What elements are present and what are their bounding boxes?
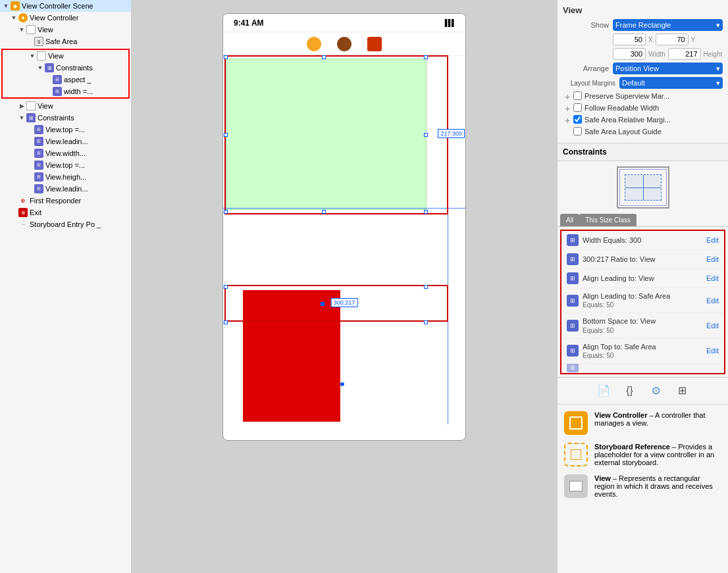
chevron-down-icon: ▾ — [716, 64, 720, 73]
sidebar-item-vtop2[interactable]: ⊞ View.top =... — [0, 159, 131, 171]
width-input[interactable] — [613, 48, 646, 60]
sidebar-item-safe-area[interactable]: S Safe Area — [0, 36, 131, 47]
handle-b2br[interactable] — [424, 320, 428, 324]
handle-mr[interactable] — [424, 133, 428, 137]
constraint-item-icon: ⊞ — [34, 172, 43, 182]
constraint-edit-3[interactable]: Edit — [706, 274, 719, 282]
sidebar-item-constraints-child[interactable]: ▼ ⊞ Constraints — [3, 62, 128, 74]
constraint-edit-2[interactable]: Edit — [706, 255, 719, 263]
safe-area-checkbox[interactable] — [573, 115, 582, 124]
constraint-icon-3: ⊞ — [567, 272, 579, 284]
constraint-item-4: ⊞ Align Leading to: Safe Area Equals: 50… — [561, 288, 724, 313]
red-view[interactable] — [243, 290, 340, 422]
handle-bl[interactable] — [224, 210, 228, 214]
handle-ml[interactable] — [224, 133, 228, 137]
show-select[interactable]: Frame Rectangle ▾ — [613, 19, 723, 31]
handle-tl[interactable] — [224, 55, 228, 59]
safe-layout-checkbox[interactable] — [573, 127, 582, 136]
handle-b2bl[interactable] — [224, 320, 228, 324]
constraint-edit-1[interactable]: Edit — [706, 236, 719, 244]
constraint-edit-6[interactable]: Edit — [706, 347, 719, 355]
tab-all[interactable]: All — [560, 214, 579, 226]
constraint-item-5: ⊞ Bottom Space to: View Equals: 50 Edit — [561, 313, 724, 338]
sidebar-item-vwidth1[interactable]: ⊞ View.width... — [0, 147, 131, 159]
constraint-icon-6: ⊞ — [567, 345, 579, 357]
info-dash: – — [647, 411, 655, 419]
xy-row: X Y — [563, 34, 723, 45]
sidebar-item-vlead2[interactable]: ⊞ View.leadin... — [0, 183, 131, 195]
x-label: X — [648, 36, 653, 43]
status-bar: 9:41 AM ▌▌▌ — [223, 14, 465, 32]
wh-inputs: Width Height — [613, 48, 722, 60]
handle-b2tr[interactable] — [424, 285, 428, 289]
sidebar-item-view2[interactable]: ▶ View — [0, 100, 131, 112]
add-button-3[interactable]: + — [563, 116, 572, 125]
checkbox-safe-layout: Safe Area Layout Guide — [572, 127, 662, 136]
disclosure-icon[interactable]: ▼ — [3, 3, 9, 9]
disclosure-icon[interactable]: ▼ — [11, 14, 17, 21]
tab-file-icon[interactable]: 📄 — [596, 383, 611, 399]
handle-tr[interactable] — [424, 55, 428, 59]
constraints-title-text: Constraints — [563, 147, 607, 157]
constraint-line-horizontal — [223, 208, 466, 209]
sidebar-item-vc-scene[interactable]: ▼ ◆ View Controller Scene — [0, 0, 131, 12]
disclosure-icon[interactable]: ▼ — [37, 64, 43, 71]
x-input[interactable] — [613, 34, 646, 45]
handle-b2bc[interactable] — [321, 302, 325, 306]
sidebar-item-vheigh1[interactable]: ⊞ View.heigh... — [0, 171, 131, 183]
tab-code-icon[interactable]: {} — [622, 383, 638, 399]
view-icon — [26, 101, 36, 111]
tab-circle-icon[interactable]: ⊙ — [648, 383, 664, 399]
checkbox-preserve: Preserve Superview Mar... — [572, 91, 669, 100]
layout-margins-select[interactable]: Default ▾ — [619, 77, 723, 89]
arrange-row: Arrange Position View ▾ — [563, 62, 723, 74]
sidebar-item-exit[interactable]: ⊗ Exit — [0, 207, 131, 218]
view-icon — [26, 25, 36, 34]
preserve-checkbox[interactable] — [573, 91, 582, 100]
layout-margins-row: Layout Margins Default ▾ — [563, 77, 723, 89]
height-label: Height — [704, 51, 723, 58]
disclosure-icon[interactable]: ▶ — [18, 103, 25, 109]
readable-checkbox[interactable] — [573, 103, 582, 112]
sidebar-item-label: View.width... — [45, 149, 86, 157]
add-button-1[interactable]: + — [563, 92, 572, 101]
add-button-2[interactable]: + — [563, 104, 572, 113]
add-button-row-2: + Follow Readable Width — [563, 103, 723, 114]
y-input[interactable] — [656, 34, 689, 45]
sidebar-item-view-child[interactable]: ▼ View — [3, 50, 128, 62]
storyboard-symbol — [571, 449, 581, 460]
disclosure-icon[interactable]: ▼ — [18, 114, 25, 121]
sidebar-item-vtop1[interactable]: ⊞ View.top =... — [0, 124, 131, 136]
handle-br[interactable] — [424, 210, 428, 214]
disclosure-icon[interactable]: ▼ — [18, 26, 25, 33]
handle-bottom-circle[interactable] — [340, 382, 344, 386]
info-item-storyboard: Storyboard Reference – Provides a placeh… — [564, 443, 721, 466]
tab-grid-icon[interactable]: ⊞ — [675, 383, 690, 399]
handle-tc[interactable] — [322, 55, 326, 59]
height-input[interactable] — [668, 48, 701, 60]
bottom-tabs: 📄 {} ⊙ ⊞ — [558, 378, 728, 405]
green-view[interactable] — [226, 59, 427, 210]
sidebar-item-vc[interactable]: ▼ ● View Controller — [0, 12, 131, 24]
info-section: View Controller – A controller that mana… — [558, 405, 728, 512]
constraint-edit-5[interactable]: Edit — [706, 322, 719, 330]
handle-b2tl[interactable] — [224, 285, 228, 289]
sidebar-item-vlead1[interactable]: ⊞ View.leadin... — [0, 136, 131, 147]
sidebar-item-view-root[interactable]: ▼ View — [0, 24, 131, 36]
sidebar-item-label: View Controller — [30, 14, 78, 22]
show-select-value: Frame Rectangle — [615, 21, 671, 29]
constraint-edit-4[interactable]: Edit — [706, 297, 719, 305]
left-panel: ▼ ◆ View Controller Scene ▼ ● View Contr… — [0, 0, 132, 573]
width-label: Width — [648, 51, 665, 58]
sidebar-item-first-responder[interactable]: ⊕ First Responder — [0, 195, 131, 207]
sidebar-item-storyboard-entry[interactable]: → Storyboard Entry Po _ — [0, 218, 131, 230]
constraint-text-6: Align Top to: Safe Area Equals: 50 — [583, 342, 704, 360]
sidebar-item-aspect[interactable]: ⊞ aspect _ — [3, 74, 128, 86]
handle-bc[interactable] — [322, 210, 326, 214]
sidebar-item-width[interactable]: ⊞ width =... — [3, 86, 128, 97]
sidebar-item-constraints2[interactable]: ▼ ⊞ Constraints — [0, 112, 131, 124]
battery-icon: ▌▌▌ — [445, 19, 455, 26]
arrange-select[interactable]: Position View ▾ — [613, 62, 723, 74]
tab-size-class[interactable]: This Size Class — [579, 214, 637, 226]
disclosure-icon[interactable]: ▼ — [29, 53, 36, 59]
